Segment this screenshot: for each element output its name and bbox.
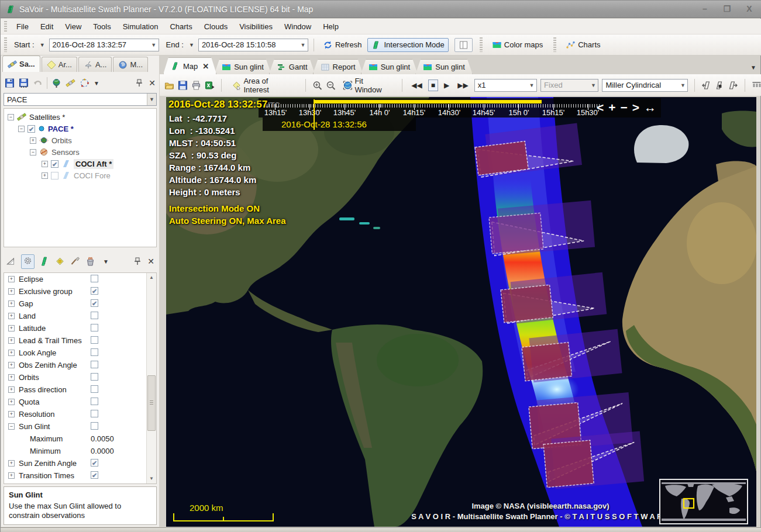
end-datetime-input[interactable]: 2016-Oct-28 15:10:58 ▼ (198, 39, 308, 51)
expand-icon[interactable]: + (8, 337, 15, 344)
tree-node-coci-aft[interactable]: + ✔ COCI Aft * (4, 158, 156, 170)
expand-icon[interactable]: + (8, 472, 15, 479)
bucket-icon[interactable] (85, 257, 95, 266)
menu-simulation[interactable]: Simulation (117, 20, 164, 33)
expand-icon[interactable]: + (8, 374, 15, 381)
undo-icon[interactable] (33, 78, 43, 88)
constraint-row-sun-glint[interactable]: − Sun Glint (4, 420, 156, 433)
pin-icon[interactable] (136, 79, 143, 87)
orbit-icon[interactable] (80, 78, 89, 88)
brush-icon[interactable] (70, 257, 80, 266)
export-excel-icon[interactable] (205, 81, 215, 90)
chevron-down-icon[interactable]: ▼ (678, 80, 687, 91)
fast-forward-button[interactable]: ▶▶ (455, 80, 470, 91)
close-tab-icon[interactable]: ✕ (202, 62, 209, 71)
constraint-row-quota[interactable]: + Quota (4, 396, 156, 408)
start-dropdown-icon[interactable]: ▼ (38, 42, 47, 48)
end-dropdown-icon[interactable]: ▼ (187, 42, 196, 48)
tab-list-dropdown-icon[interactable]: ▼ (750, 64, 761, 74)
swath-current-icon[interactable] (715, 81, 725, 90)
constraint-row-orbits[interactable]: + Orbits (4, 371, 156, 384)
checkbox-checked[interactable]: ✔ (51, 160, 58, 168)
satellite-filter-combo[interactable]: PACE ▼ (4, 93, 157, 106)
expand-icon[interactable]: + (8, 276, 15, 282)
timeline-cursor[interactable] (314, 99, 315, 130)
constraint-row-obs-zenith[interactable]: + Obs Zenith Angle (4, 359, 156, 371)
chevron-down-icon[interactable]: ▼ (298, 39, 308, 51)
collapse-icon[interactable]: − (30, 149, 36, 156)
constraint-row-minimum[interactable]: Minimum 0.0000 (4, 445, 156, 457)
constraint-row-transition-times[interactable]: + Transition Times ✔ (4, 469, 156, 482)
constraint-row-land[interactable]: + Land (4, 310, 156, 322)
pin-icon[interactable] (134, 257, 141, 265)
stop-button[interactable]: ■ (428, 80, 438, 91)
overview-minimap[interactable] (659, 479, 748, 524)
speed-combo[interactable]: x1 ▼ (474, 79, 537, 92)
start-datetime-input[interactable]: 2016-Oct-28 13:32:57 ▼ (49, 39, 159, 51)
area-of-interest-button[interactable]: Area of Interest (228, 75, 299, 96)
menu-charts[interactable]: Charts (164, 20, 198, 33)
tree-node-coci-fore[interactable]: + COCI Fore (4, 170, 156, 181)
checkbox-unchecked[interactable] (91, 422, 98, 430)
globe-pin-icon[interactable] (51, 78, 61, 88)
intersection-mode-button[interactable]: Intersection Mode (367, 38, 448, 52)
checkbox-unchecked[interactable] (91, 373, 98, 381)
tab-gantt[interactable]: Gantt (269, 59, 315, 74)
play-button[interactable]: ▶ (442, 80, 452, 91)
expand-icon[interactable]: + (8, 399, 15, 405)
tab-satellites[interactable]: Sa... (2, 56, 40, 72)
constraint-row-maximum[interactable]: Maximum 0.0050 (4, 433, 156, 445)
menu-view[interactable]: View (59, 20, 87, 33)
checkbox-unchecked[interactable] (91, 410, 98, 417)
checkbox-unchecked[interactable] (91, 324, 98, 331)
tab-areas[interactable]: Ar... (42, 57, 77, 72)
menu-help[interactable]: Help (317, 20, 345, 33)
tree-node-orbits[interactable]: + Orbits (4, 134, 156, 146)
minimize-button[interactable]: – (698, 4, 711, 14)
checkbox-checked[interactable]: ✔ (91, 299, 98, 307)
swath-step-back-icon[interactable] (701, 81, 711, 90)
expand-icon[interactable]: + (42, 172, 48, 179)
expand-icon[interactable]: + (8, 288, 15, 295)
open-icon[interactable] (164, 81, 174, 90)
map-canvas[interactable]: UTC 13h15' 13h30' 13h45' 14h 0' 14h15' 1… (166, 97, 756, 527)
footprint-2[interactable] (488, 201, 595, 256)
checkbox-unchecked[interactable] (91, 348, 98, 356)
maximize-button[interactable]: ❐ (721, 4, 734, 14)
satellite-small-icon[interactable] (66, 78, 75, 88)
checkbox-unchecked[interactable] (91, 361, 98, 368)
print-icon[interactable] (191, 81, 201, 90)
chevron-down-icon[interactable]: ▼ (103, 258, 109, 265)
menu-visibilities[interactable]: Visibilities (233, 20, 278, 33)
close-button[interactable]: X (743, 4, 756, 14)
scrollbar-thumb[interactable] (147, 375, 156, 431)
fit-window-button[interactable]: Fit Window (339, 75, 396, 96)
expand-icon[interactable]: + (8, 386, 15, 393)
constraint-row-pass-direction[interactable]: + Pass direction (4, 384, 156, 396)
checkbox-checked[interactable]: ✔ (91, 287, 98, 295)
chevron-down-icon[interactable]: ▼ (149, 39, 159, 51)
tab-sun-glint-2[interactable]: Sun glint (361, 59, 418, 74)
swath-curtain-icon[interactable] (752, 81, 761, 90)
expand-icon[interactable]: + (8, 325, 15, 331)
timeline-ruler[interactable]: UTC 13h15' 13h30' 13h45' 14h 0' 14h15' 1… (259, 98, 661, 118)
constraint-row-look-angle[interactable]: + Look Angle (4, 347, 156, 359)
tree-node-satellites[interactable]: − Satellites * (4, 111, 156, 123)
expand-icon[interactable]: + (8, 411, 15, 417)
color-maps-button[interactable]: Color maps (488, 39, 546, 51)
collapse-icon[interactable]: − (8, 423, 15, 430)
expand-icon[interactable]: + (8, 350, 15, 356)
swath-step-forward-icon[interactable] (728, 81, 738, 90)
refresh-button[interactable]: Refresh (319, 39, 366, 51)
checkbox-unchecked[interactable] (91, 398, 98, 405)
save-map-icon[interactable] (178, 81, 188, 90)
expand-icon[interactable]: + (30, 137, 36, 144)
expand-icon[interactable]: + (8, 300, 15, 307)
scroll-up-icon[interactable]: ▲ (147, 273, 156, 282)
scroll-down-icon[interactable]: ▼ (147, 474, 156, 483)
constraint-row-gap[interactable]: + Gap ✔ (4, 298, 156, 310)
collapse-icon[interactable]: − (18, 126, 25, 132)
save-as-icon[interactable] (19, 78, 29, 88)
tab-antennas[interactable]: A... (78, 57, 112, 72)
collapse-icon[interactable]: − (8, 114, 14, 120)
